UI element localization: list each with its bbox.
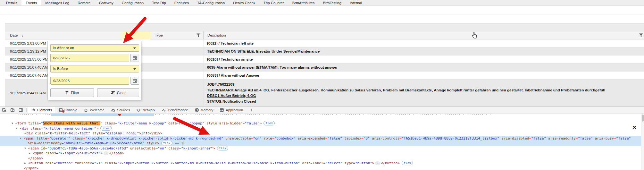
column-header-type[interactable]: Type	[155, 31, 163, 39]
calendar-button[interactable]	[130, 54, 139, 62]
type-filter-button[interactable]	[197, 33, 200, 37]
description-link[interactable]: [0011] / Technician left site	[207, 39, 643, 47]
filter-operator-1-dropdown[interactable]: Is After or on	[50, 44, 139, 52]
tab-messages-log[interactable]: Messages Log	[41, 0, 73, 5]
device-toolbar-icon[interactable]	[8, 107, 17, 113]
filter-date-2-input[interactable]	[50, 77, 129, 85]
code-line[interactable]: ▶<button role="button" tabindex="-1" cla…	[0, 161, 644, 166]
description-link[interactable]: DESC1:Außer Betrieb; 4.OG	[207, 93, 643, 99]
devtools-code: ▼<form title="Show items with value that…	[0, 114, 644, 170]
clipped-code-line	[0, 114, 644, 116]
description-link[interactable]: 0035-Alarm without answer (ETMA/TAM): To…	[207, 64, 643, 71]
welcome-icon	[84, 108, 88, 112]
inspect-element-icon[interactable]	[0, 107, 8, 113]
date-cell: 9/11/2025 12:53:00 PM	[10, 55, 48, 63]
devtools-tab-elements[interactable]: Elements	[28, 107, 55, 113]
description-cell: 0035-Alarm without answer (ETMA/TAM): To…	[207, 64, 643, 71]
code-line[interactable]: aria-describedby="b8a50fc5-fd9a-4a86-b56…	[0, 141, 644, 146]
screenshot-stage: DetailsEventsMessages LogRemoteGatewayCo…	[0, 0, 644, 170]
flex-badge[interactable]: flex	[100, 126, 112, 131]
devtools-tab-welcome[interactable]: Welcome	[80, 107, 108, 113]
description-link[interactable]: STATUS:Notification Closed	[207, 99, 643, 105]
devtools-tab-application[interactable]: Application	[216, 107, 246, 113]
tab-configuration[interactable]: Configuration	[118, 0, 148, 5]
tab-brmtesting[interactable]: BrmTesting	[319, 0, 346, 5]
code-line[interactable]: ▼<div class="k-filter-menu-container">fl…	[0, 126, 644, 131]
tab-remote[interactable]: Remote	[73, 0, 95, 5]
twisty-icon[interactable]: ▼	[20, 136, 24, 141]
filter-button[interactable]: Filter	[50, 88, 94, 97]
code-line[interactable]: ▼<form title="Show items with value that…	[0, 121, 644, 126]
devtools-tab-performance[interactable]: Performance	[159, 107, 191, 113]
tab-brmattributes[interactable]: BrmAttributes	[288, 0, 319, 5]
flex-badge[interactable]: flex	[161, 141, 172, 145]
tab-trip-counter[interactable]: Trip Counter	[259, 0, 288, 5]
devtools-tab-label: Application	[226, 108, 243, 112]
flex-badge[interactable]: flex	[217, 146, 228, 150]
tab-gateway[interactable]: Gateway	[95, 0, 117, 5]
date-filter-button[interactable]	[122, 31, 150, 39]
code-line[interactable]: ▶<span class="k-input-value-text">…</spa…	[0, 151, 644, 156]
column-resize-handle[interactable]	[203, 31, 204, 39]
column-header-date[interactable]: Date↓	[10, 31, 23, 39]
column-header-description[interactable]: Description	[207, 31, 226, 39]
overlay-close-icon[interactable]: ✕	[632, 124, 636, 131]
code-line[interactable]: </span>	[0, 166, 644, 170]
sources-icon	[111, 108, 115, 112]
filter-date-1-input[interactable]	[50, 54, 129, 62]
elements-icon	[31, 108, 36, 112]
flex-badge[interactable]: flex	[402, 161, 413, 165]
code-line[interactable]: ▼<span id="b8a50fc5-fd9a-4a86-b56a-5ece4…	[0, 146, 644, 151]
clear-button[interactable]: Clear	[97, 88, 139, 97]
devtools-tab-sources[interactable]: Sources	[108, 107, 133, 113]
column-resize-handle[interactable]	[151, 31, 151, 39]
description-cell: TECHNICIAN ON SITE ELE: Elevator Under S…	[207, 47, 643, 55]
twisty-icon[interactable]: ▶	[29, 151, 33, 156]
twisty-icon[interactable]: ▼	[16, 126, 20, 131]
devtools-scrollbar[interactable]	[641, 114, 644, 170]
grid-header: Date↓ Type Description	[5, 31, 644, 39]
column-label-description: Description	[207, 33, 226, 37]
dock-side-icon[interactable]	[17, 107, 25, 113]
devtools-tab-network[interactable]: Network	[133, 107, 158, 113]
filter-date-2	[50, 77, 139, 85]
tab-details[interactable]: Details	[2, 0, 21, 5]
performance-icon	[162, 108, 166, 112]
twisty-icon[interactable]: ▼	[12, 121, 15, 126]
devtools-tab-console[interactable]: Console	[55, 107, 80, 113]
tab-health-check[interactable]: Health Check	[229, 0, 259, 5]
tab-internal[interactable]: Internal	[346, 0, 366, 5]
description-filter-button[interactable]	[639, 33, 643, 37]
scrollbar-thumb[interactable]	[642, 115, 644, 122]
filter-popup-buttons: Filter Clear	[50, 88, 139, 97]
clear-button-label: Clear	[117, 91, 126, 95]
twisty-icon[interactable]: ▼	[24, 146, 28, 151]
flex-badge[interactable]: flex	[263, 121, 275, 125]
code-line[interactable]: <div class="k-filter-help-text" style="d…	[0, 131, 644, 136]
date-cell: 9/11/2025 8:44:00 AM	[10, 80, 46, 106]
devtools-tab-label: Network	[142, 108, 155, 112]
tab-ta-configuration[interactable]: TA-Configuration	[193, 0, 229, 5]
memory-icon	[195, 108, 199, 112]
description-link[interactable]: TECHREMARK:Anlage AB im 4. OG, Fehlerspe…	[207, 88, 643, 93]
filter-active-icon	[127, 34, 130, 38]
description-link[interactable]: TECHNICIAN ON SITE ELE: Elevator Under S…	[207, 47, 643, 55]
filter-operator-2-dropdown[interactable]: Is Before	[50, 65, 139, 72]
filter-operator-2-value: Is Before	[53, 67, 68, 71]
code-line[interactable]: ▼<span title="Operator" class="k-picker …	[0, 136, 644, 141]
twisty-icon[interactable]: ▶	[24, 161, 28, 166]
devtools-tab-+[interactable]	[246, 107, 257, 113]
code-line[interactable]: </span>	[0, 156, 644, 161]
date-cell: 9/11/2025 10:07:46 AM	[10, 72, 48, 79]
tab-features[interactable]: Features	[170, 0, 193, 5]
more-tabs-icon	[249, 108, 254, 112]
filter-operator-1-value: Is After or on	[53, 46, 74, 50]
clipped-selection	[51, 114, 154, 116]
description-link[interactable]: JOB#:75022109	[207, 82, 643, 88]
calendar-button[interactable]	[130, 77, 139, 85]
description-link[interactable]: [0010] / Technician on site	[207, 55, 643, 63]
description-link[interactable]: [0053] / Alarm without Answer	[207, 72, 643, 79]
devtools-tab-memory[interactable]: Memory	[191, 107, 217, 113]
tab-events[interactable]: Events	[21, 0, 41, 5]
tab-test-trip[interactable]: Test Trip	[148, 0, 170, 5]
